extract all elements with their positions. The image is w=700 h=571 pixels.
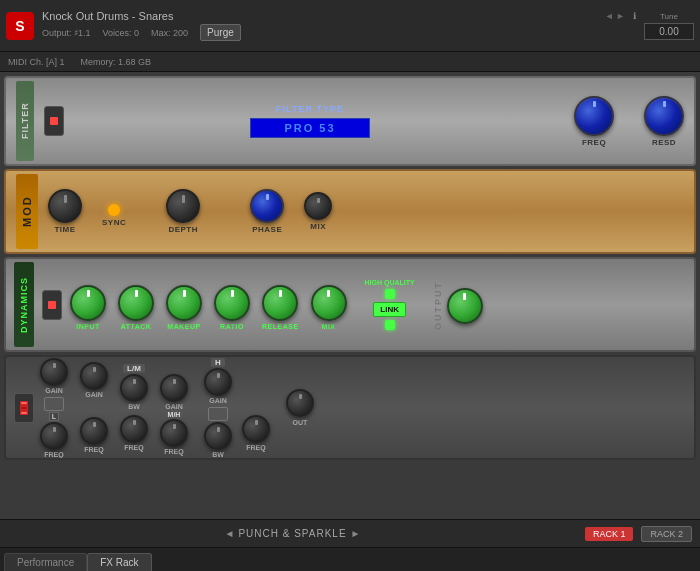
mix-knob-group: MIX xyxy=(304,192,332,231)
eq-lm-freq-knob[interactable] xyxy=(120,415,148,443)
dyn-mix-knob-group: MIX xyxy=(311,285,347,330)
rack2-button[interactable]: RACK 2 xyxy=(641,526,692,542)
knob-indicator xyxy=(133,420,136,425)
eq-power-button[interactable] xyxy=(14,393,34,423)
eq-h-label: H xyxy=(211,358,225,367)
eq-power-indicator xyxy=(20,401,28,415)
dynamics-panel: DYNAMICS INPUT ATTACK MAKEU xyxy=(4,257,696,352)
phase-knob[interactable] xyxy=(250,189,284,223)
filter-panel: FILTER FILTER TYPE PRO 53 FREQ RESD xyxy=(4,76,696,166)
freq-knob[interactable] xyxy=(574,96,614,136)
knob-indicator xyxy=(183,290,186,297)
eq-h-section: H GAIN BW xyxy=(204,358,232,458)
eq-h-freq-knob[interactable] xyxy=(242,415,270,443)
tab-fx-rack[interactable]: FX Rack xyxy=(87,553,151,571)
ratio-knob[interactable] xyxy=(214,285,250,321)
dynamics-power-button[interactable] xyxy=(42,290,62,320)
resd-knob[interactable] xyxy=(644,96,684,136)
knob-indicator xyxy=(53,363,56,368)
eq-freq2-label: FREQ xyxy=(84,446,103,453)
knob-indicator xyxy=(593,101,596,107)
eq-out-label: OUT xyxy=(293,419,308,426)
eq-lm-bw-knob[interactable] xyxy=(120,374,148,402)
eq-l-gain-knob[interactable] xyxy=(40,358,68,386)
tab-performance[interactable]: Performance xyxy=(4,553,87,571)
info-bar: MIDI Ch. [A] 1 Memory: 1.68 GB xyxy=(0,52,700,72)
purge-button[interactable]: Purge xyxy=(200,24,241,41)
preset-navigation: ◄ PUNCH & SPARKLE ► xyxy=(8,528,577,539)
knob-indicator xyxy=(93,367,96,372)
output-knob[interactable] xyxy=(447,288,483,324)
makeup-label: MAKEUP xyxy=(167,323,200,330)
knob-indicator xyxy=(135,290,138,297)
high-quality-section: HIGH QUALITY LINK xyxy=(365,279,415,330)
phase-knob-group: PHASE xyxy=(250,189,284,234)
eq-gain2-knob[interactable] xyxy=(80,362,108,390)
link-led xyxy=(385,320,395,330)
eq-mid-gain-knob[interactable] xyxy=(160,374,188,402)
time-knob[interactable] xyxy=(48,189,82,223)
eq-h-freq-label: FREQ xyxy=(246,444,265,451)
depth-knob-group: DEPTH xyxy=(146,189,200,234)
preset-name: PUNCH & SPARKLE xyxy=(238,528,346,539)
eq-out-section: OUT xyxy=(286,389,314,426)
release-label: RELEASE xyxy=(262,323,299,330)
knob-indicator xyxy=(279,290,282,297)
voices-info: Voices: 0 xyxy=(103,28,140,38)
eq-out-knob[interactable] xyxy=(286,389,314,417)
release-knob[interactable] xyxy=(262,285,298,321)
attack-label: ATTACK xyxy=(121,323,152,330)
attack-knob-group: ATTACK xyxy=(118,285,154,330)
preset-next-arrow[interactable]: ► xyxy=(351,528,361,539)
eq-h-gain-knob[interactable] xyxy=(204,368,232,396)
eq-freq-label: FREQ xyxy=(44,451,63,458)
nav-arrows[interactable]: ◄ ► xyxy=(605,11,625,21)
knob-indicator xyxy=(266,194,269,200)
filter-type-label: FILTER TYPE xyxy=(276,104,344,114)
eq-mid-freq-label: FREQ xyxy=(164,448,183,455)
eq-hfreq-section: FREQ xyxy=(242,365,270,451)
eq-mid-freq-knob[interactable] xyxy=(160,419,188,447)
eq-freq2-knob[interactable] xyxy=(80,417,108,445)
preset-prev-arrow[interactable]: ◄ xyxy=(224,528,234,539)
mix-label: MIX xyxy=(310,222,326,231)
output-section: oUtpUT xyxy=(433,281,483,330)
mix-knob[interactable] xyxy=(304,192,332,220)
knob-indicator xyxy=(173,379,176,384)
filter-type-display[interactable]: PRO 53 xyxy=(250,118,370,138)
knob-indicator xyxy=(173,424,176,429)
sync-led[interactable] xyxy=(108,204,120,216)
eq-l-section: GAIN L FREQ xyxy=(40,358,68,458)
eq-l-freq-knob[interactable] xyxy=(40,422,68,450)
makeup-knob[interactable] xyxy=(166,285,202,321)
high-quality-led[interactable] xyxy=(385,289,395,299)
attack-knob[interactable] xyxy=(118,285,154,321)
knob-indicator xyxy=(64,195,67,203)
freq-label: FREQ xyxy=(582,138,606,147)
eq-h-button[interactable] xyxy=(208,407,228,421)
eq-gain2-label: GAIN xyxy=(85,391,103,398)
input-label: INPUT xyxy=(76,323,100,330)
main-content: FILTER FILTER TYPE PRO 53 FREQ RESD xyxy=(0,72,700,519)
knob-indicator xyxy=(93,422,96,427)
knob-indicator xyxy=(255,420,258,425)
tune-value[interactable]: 0.00 xyxy=(644,23,694,40)
bottom-bar: ◄ PUNCH & SPARKLE ► RACK 1 RACK 2 xyxy=(0,519,700,547)
dyn-mix-label: MIX xyxy=(322,323,336,330)
rack1-button[interactable]: RACK 1 xyxy=(585,527,634,541)
knob-indicator xyxy=(317,198,320,203)
high-quality-label: HIGH QUALITY xyxy=(365,279,415,286)
output-info: Output: ♯1.1 xyxy=(42,28,91,38)
eq-bw-label: BW xyxy=(128,403,140,410)
eq-lm-section: L/M BW FREQ xyxy=(120,364,148,451)
eq-gain-label: GAIN xyxy=(45,387,63,394)
dyn-mix-knob[interactable] xyxy=(311,285,347,321)
mod-panel: MOD TIME SYNC DEPTH xyxy=(4,169,696,254)
link-button[interactable]: LINK xyxy=(373,302,406,317)
eq-l-button[interactable] xyxy=(44,397,64,411)
knob-indicator xyxy=(217,373,220,378)
eq-h-bw-knob[interactable] xyxy=(204,422,232,450)
filter-power-button[interactable] xyxy=(44,106,64,136)
depth-knob[interactable] xyxy=(166,189,200,223)
input-knob[interactable] xyxy=(70,285,106,321)
